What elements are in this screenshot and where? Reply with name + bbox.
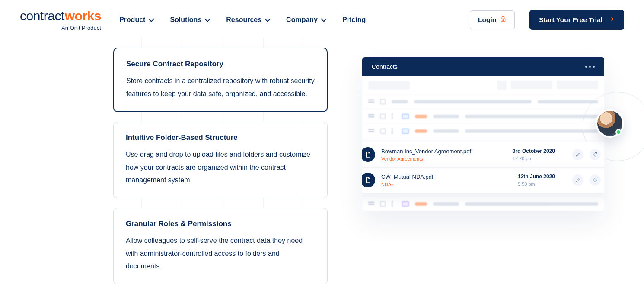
logo-part2: works [65,9,101,23]
checkbox-icon [380,99,386,104]
feature-title: Intuitive Folder-Based Structure [126,133,315,142]
nav-item-label: Company [286,16,318,24]
document-date: 12th June 2020 [518,174,555,180]
chevron-down-icon [148,16,154,22]
nav-item-label: Solutions [170,16,201,24]
document-time: 5:50 pm [518,181,555,187]
chevron-down-icon [321,16,327,22]
checkbox-icon [380,114,386,119]
checkbox-icon [380,201,386,207]
table-row [362,123,604,138]
user-avatar[interactable] [596,109,624,138]
arrow-right-icon [607,16,615,24]
document-date: 3rd October 2020 [513,148,555,154]
nav-solutions[interactable]: Solutions [170,16,209,24]
contracts-panel: Contracts [362,57,604,211]
tag-icon[interactable] [590,174,601,186]
feature-list: Secure Contract Repository Store contrac… [113,48,328,284]
table-row [362,109,604,123]
status-online-icon [615,129,622,135]
panel-title: Contracts [372,63,398,70]
feature-title: Secure Contract Repository [126,60,315,68]
feature-body: Use drag and drop to upload files and fo… [126,148,315,187]
nav-product[interactable]: Product [119,16,153,24]
more-menu-icon[interactable] [585,66,595,68]
view-toggle-icon[interactable] [497,81,507,90]
primary-nav: Product Solutions Resources Company Pric… [119,16,366,24]
folder-icon [402,114,409,119]
login-button[interactable]: Login [470,10,515,29]
dropdown-placeholder[interactable] [368,81,410,90]
document-name: Bowman Inc_Vendor Agreement.pdf [381,148,507,155]
edit-icon[interactable] [572,174,583,186]
folder-icon [402,129,409,134]
document-icon [362,147,375,162]
table-row [362,196,604,211]
panel-toolbar [362,76,604,94]
feature-body: Allow colleagues to self-serve the contr… [126,234,315,273]
brand[interactable]: contract works An Onit Product [20,9,101,31]
document-name: CW_Mutual NDA.pdf [381,174,512,180]
document-row[interactable]: Bowman Inc_Vendor Agreement.pdf Vendor A… [362,142,604,167]
logo-part1: contract [20,9,64,23]
lock-icon [500,16,507,24]
document-category: NDAs [381,182,512,187]
start-trial-button[interactable]: Start Your Free Trial [529,10,624,30]
drag-handle-icon [368,114,374,119]
chevron-down-icon [204,16,210,22]
login-label: Login [478,16,496,24]
svg-point-4 [596,179,597,180]
feature-body: Store contracts in a centralized reposit… [126,74,315,100]
brand-sub: An Onit Product [20,25,101,31]
dropdown-placeholder[interactable] [511,81,552,89]
panel-header: Contracts [362,57,604,76]
nav-company[interactable]: Company [286,16,325,24]
svg-point-1 [503,20,504,21]
folder-icon [402,201,409,207]
nav-item-label: Pricing [342,16,366,24]
table-row [362,94,604,109]
feature-title: Granular Roles & Permissions [126,219,315,228]
svg-point-3 [596,153,597,154]
feature-card-folders[interactable]: Intuitive Folder-Based Structure Use dra… [113,122,328,198]
document-category: Vendor Agreements [381,156,507,161]
checkbox-icon [380,129,386,134]
nav-item-label: Resources [226,16,261,24]
row-actions-icon [392,201,396,207]
document-time: 12:20 pm [513,156,555,161]
nav-pricing[interactable]: Pricing [342,16,366,24]
main-content: Secure Contract Repository Store contrac… [0,36,644,284]
product-screenshot: Contracts [362,57,604,211]
drag-handle-icon [368,202,374,206]
document-icon [362,173,375,187]
edit-icon[interactable] [572,149,583,160]
drag-handle-icon [368,129,374,133]
row-actions-icon [392,128,396,134]
nav-item-label: Product [119,16,145,24]
drag-handle-icon [368,100,374,104]
document-row[interactable]: CW_Mutual NDA.pdf NDAs 12th June 2020 5:… [362,167,604,193]
tag-icon[interactable] [590,149,601,160]
nav-resources[interactable]: Resources [226,16,269,24]
feature-card-permissions[interactable]: Granular Roles & Permissions Allow colle… [113,208,328,284]
site-header: contract works An Onit Product Product S… [0,0,644,36]
row-actions-icon [392,113,396,119]
cta-label: Start Your Free Trial [539,16,603,24]
feature-card-repository[interactable]: Secure Contract Repository Store contrac… [113,48,328,112]
chevron-down-icon [265,16,271,22]
dropdown-placeholder[interactable] [557,81,598,89]
